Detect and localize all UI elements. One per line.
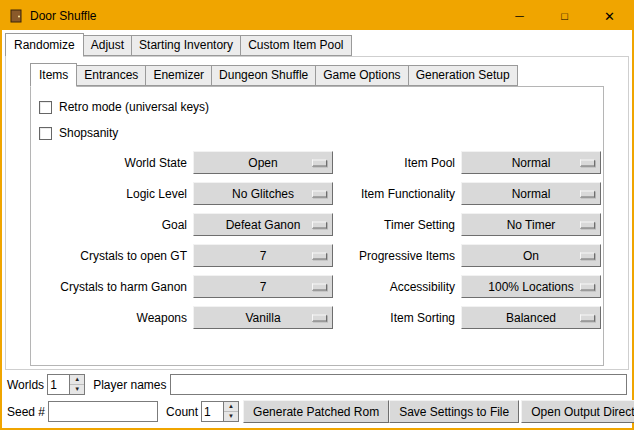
menu-indicator-icon xyxy=(580,190,595,197)
weapons-label: Weapons xyxy=(37,311,187,325)
worlds-row: Worlds ▲ ▼ Player names xyxy=(7,373,627,396)
randomize-pane: Items Entrances Enemizer Dungeon Shuffle… xyxy=(5,56,629,370)
dropdown-value: Balanced xyxy=(506,311,556,325)
window-controls: ─ □ ✕ xyxy=(497,2,632,30)
shopsanity-label: Shopsanity xyxy=(59,126,118,140)
settings-grid: World State Open Item Pool Normal Logic … xyxy=(37,151,603,329)
dropdown-value: 7 xyxy=(260,280,267,294)
dropdown-value: Normal xyxy=(512,156,551,170)
open-output-directory-button[interactable]: Open Output Directory xyxy=(521,400,634,423)
menu-indicator-icon xyxy=(312,190,327,197)
close-button[interactable]: ✕ xyxy=(587,2,632,30)
dropdown-value: No Glitches xyxy=(232,187,294,201)
world-state-label: World State xyxy=(37,156,187,170)
item-pool-label: Item Pool xyxy=(339,156,455,170)
subtab-enemizer[interactable]: Enemizer xyxy=(145,65,212,86)
subtab-game-options[interactable]: Game Options xyxy=(315,65,408,86)
spin-down-icon[interactable]: ▼ xyxy=(70,385,84,394)
tab-starting-inventory[interactable]: Starting Inventory xyxy=(131,35,241,56)
items-pane: Retro mode (universal keys) Shopsanity W… xyxy=(30,86,604,366)
window-title: Door Shuffle xyxy=(30,9,97,23)
timer-setting-dropdown[interactable]: No Timer xyxy=(461,213,601,236)
menu-indicator-icon xyxy=(312,159,327,166)
worlds-input[interactable] xyxy=(48,375,69,394)
timer-setting-label: Timer Setting xyxy=(339,218,455,232)
seed-label: Seed # xyxy=(7,405,45,419)
dropdown-value: On xyxy=(523,249,539,263)
titlebar[interactable]: Door Shuffle ─ □ ✕ xyxy=(2,2,632,30)
spin-up-icon[interactable]: ▲ xyxy=(224,402,238,412)
spinner-buttons: ▲ ▼ xyxy=(69,375,84,394)
app-icon[interactable] xyxy=(8,8,24,24)
progressive-items-dropdown[interactable]: On xyxy=(461,244,601,267)
main-tab-bar: Randomize Adjust Starting Inventory Cust… xyxy=(5,33,632,56)
logic-level-label: Logic Level xyxy=(37,187,187,201)
accessibility-label: Accessibility xyxy=(339,280,455,294)
dropdown-value: Vanilla xyxy=(245,311,280,325)
item-functionality-dropdown[interactable]: Normal xyxy=(461,182,601,205)
maximize-button[interactable]: □ xyxy=(542,2,587,30)
logic-level-dropdown[interactable]: No Glitches xyxy=(193,182,333,205)
item-pool-dropdown[interactable]: Normal xyxy=(461,151,601,174)
menu-indicator-icon xyxy=(580,283,595,290)
crystals-harm-ganon-dropdown[interactable]: 7 xyxy=(193,275,333,298)
menu-indicator-icon xyxy=(580,221,595,228)
app-window: Door Shuffle ─ □ ✕ Randomize Adjust Star… xyxy=(0,0,634,430)
dropdown-value: Open xyxy=(248,156,277,170)
dropdown-value: 100% Locations xyxy=(488,280,573,294)
item-functionality-label: Item Functionality xyxy=(339,187,455,201)
checkbox-box-icon[interactable] xyxy=(39,101,52,114)
goal-dropdown[interactable]: Defeat Ganon xyxy=(193,213,333,236)
world-state-dropdown[interactable]: Open xyxy=(193,151,333,174)
spin-down-icon[interactable]: ▼ xyxy=(224,412,238,421)
count-spinner[interactable]: ▲ ▼ xyxy=(201,401,239,422)
crystals-open-gt-label: Crystals to open GT xyxy=(37,249,187,263)
item-sorting-dropdown[interactable]: Balanced xyxy=(461,306,601,329)
checkbox-box-icon[interactable] xyxy=(39,127,52,140)
player-names-input[interactable] xyxy=(170,374,628,395)
worlds-label: Worlds xyxy=(7,378,44,392)
crystals-open-gt-dropdown[interactable]: 7 xyxy=(193,244,333,267)
subtab-entrances[interactable]: Entrances xyxy=(76,65,146,86)
seed-input[interactable] xyxy=(48,401,158,422)
client-area: Randomize Adjust Starting Inventory Cust… xyxy=(2,30,632,428)
door-icon xyxy=(8,8,24,24)
tab-adjust[interactable]: Adjust xyxy=(83,35,132,56)
dropdown-value: 7 xyxy=(260,249,267,263)
spinner-buttons: ▲ ▼ xyxy=(223,402,238,421)
count-label: Count xyxy=(166,405,198,419)
menu-indicator-icon xyxy=(580,314,595,321)
retro-mode-label: Retro mode (universal keys) xyxy=(59,100,209,114)
menu-indicator-icon xyxy=(580,159,595,166)
worlds-spinner[interactable]: ▲ ▼ xyxy=(47,374,85,395)
subtab-items[interactable]: Items xyxy=(30,63,77,87)
accessibility-dropdown[interactable]: 100% Locations xyxy=(461,275,601,298)
menu-indicator-icon xyxy=(312,252,327,259)
retro-mode-checkbox[interactable]: Retro mode (universal keys) xyxy=(39,99,603,115)
dropdown-value: Normal xyxy=(512,187,551,201)
menu-indicator-icon xyxy=(580,252,595,259)
seed-row: Seed # Count ▲ ▼ Generate Patched Rom Sa… xyxy=(7,400,627,423)
goal-label: Goal xyxy=(37,218,187,232)
tab-randomize[interactable]: Randomize xyxy=(5,33,84,57)
minimize-button[interactable]: ─ xyxy=(497,2,542,30)
menu-indicator-icon xyxy=(312,283,327,290)
subtab-generation-setup[interactable]: Generation Setup xyxy=(408,65,518,86)
tab-custom-item-pool[interactable]: Custom Item Pool xyxy=(240,35,351,56)
count-input[interactable] xyxy=(202,402,223,421)
menu-indicator-icon xyxy=(312,314,327,321)
menu-indicator-icon xyxy=(312,221,327,228)
crystals-harm-ganon-label: Crystals to harm Ganon xyxy=(37,280,187,294)
spin-up-icon[interactable]: ▲ xyxy=(70,375,84,385)
shopsanity-checkbox[interactable]: Shopsanity xyxy=(39,125,603,141)
sub-tab-bar: Items Entrances Enemizer Dungeon Shuffle… xyxy=(30,63,628,86)
dropdown-value: Defeat Ganon xyxy=(226,218,301,232)
weapons-dropdown[interactable]: Vanilla xyxy=(193,306,333,329)
subtab-dungeon-shuffle[interactable]: Dungeon Shuffle xyxy=(211,65,316,86)
progressive-items-label: Progressive Items xyxy=(339,249,455,263)
generate-patched-rom-button[interactable]: Generate Patched Rom xyxy=(243,400,389,423)
bottom-bar: Worlds ▲ ▼ Player names Seed # Count xyxy=(2,371,632,428)
item-sorting-label: Item Sorting xyxy=(339,311,455,325)
player-names-label: Player names xyxy=(93,378,166,392)
save-settings-button[interactable]: Save Settings to File xyxy=(389,400,519,423)
